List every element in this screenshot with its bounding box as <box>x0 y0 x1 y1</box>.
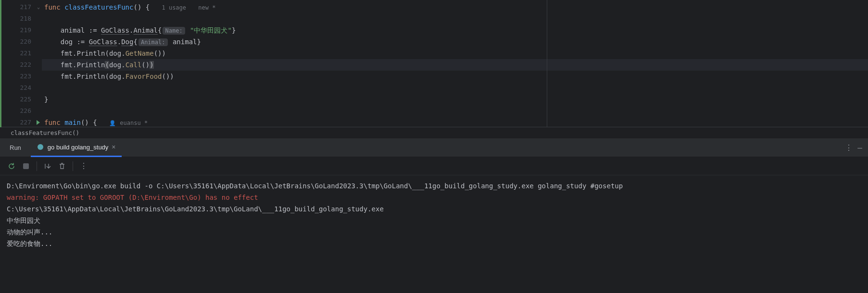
code-line[interactable] <box>42 82 868 94</box>
gutter[interactable]: 217⌄ 218 219 220 221 222 223 224 225 226… <box>0 0 42 127</box>
code-line[interactable]: animal := GoClass.Animal{Name: "中华田园犬"} <box>42 24 868 36</box>
run-tab-label: go build golang_study <box>48 144 109 151</box>
new-hint: new * <box>198 4 215 11</box>
stop-icon[interactable] <box>22 162 30 170</box>
line-number[interactable]: 222 <box>0 59 42 71</box>
console-line-warning: warning: GOPATH set to GOROOT (D:\Enviro… <box>7 192 861 203</box>
console-line: C:\Users\35161\AppData\Local\JetBrains\G… <box>7 203 861 215</box>
console-line: D:\Enviroment\Go\bin\go.exe build -o C:\… <box>7 180 861 192</box>
fold-icon[interactable]: ⌄ <box>37 1 40 13</box>
toolbar-separator <box>37 161 37 171</box>
line-number[interactable]: 219 <box>0 24 42 36</box>
line-number[interactable]: 224 <box>0 82 42 94</box>
more-options-icon[interactable]: ⋮ <box>845 143 853 152</box>
trash-icon[interactable] <box>58 162 66 170</box>
hide-icon[interactable]: — <box>857 143 862 152</box>
run-toolbar: ⋮ <box>0 157 868 175</box>
console-line: 爱吃的食物... <box>7 238 861 249</box>
close-tab-icon[interactable]: × <box>112 143 115 151</box>
editor-pane: 217⌄ 218 219 220 221 222 223 224 225 226… <box>0 0 868 127</box>
rerun-icon[interactable] <box>8 162 15 170</box>
go-icon <box>37 143 44 151</box>
console-line: 中华田园犬 <box>7 215 861 226</box>
param-hint: Name: <box>163 27 185 35</box>
code-line[interactable]: dog := GoClass.Dog{Animal: animal} <box>42 36 868 48</box>
line-number[interactable]: 225 <box>0 94 42 105</box>
author-hint: euansu * <box>120 120 148 126</box>
svg-point-0 <box>38 144 43 150</box>
code-line[interactable] <box>42 13 868 24</box>
console-output[interactable]: D:\Enviroment\Go\bin\go.exe build -o C:\… <box>0 175 868 254</box>
author-icon: 👤 <box>109 120 116 126</box>
right-margin-line <box>547 0 547 127</box>
more-actions-icon[interactable]: ⋮ <box>80 162 88 170</box>
run-gutter-icon[interactable] <box>37 120 40 125</box>
code-line-current[interactable]: fmt.Println(dog.Call()) <box>42 59 868 71</box>
line-number[interactable]: 223 <box>0 71 42 82</box>
scroll-to-end-icon[interactable] <box>44 162 51 170</box>
run-header-actions: ⋮ — <box>845 143 868 152</box>
param-hint: Animal: <box>138 38 168 46</box>
code-line[interactable]: fmt.Println(dog.GetName()) <box>42 48 868 59</box>
code-line[interactable]: func main() { 👤 euansu * <box>42 117 868 128</box>
code-line[interactable]: } <box>42 94 868 105</box>
code-line[interactable]: func classFeaturesFunc() { 1 usage new * <box>42 1 868 13</box>
code-line[interactable]: fmt.Println(dog.FavorFood()) <box>42 71 868 82</box>
line-number[interactable]: 220 <box>0 36 42 48</box>
line-number[interactable]: 217⌄ <box>0 1 42 13</box>
run-tab[interactable]: go build golang_study × <box>31 139 122 157</box>
breadcrumb[interactable]: classFeaturesFunc() <box>0 127 868 139</box>
code-area[interactable]: func classFeaturesFunc() { 1 usage new *… <box>42 0 868 127</box>
line-number[interactable]: 226 <box>0 105 42 117</box>
run-toolwindow-header: Run go build golang_study × ⋮ — <box>0 139 868 157</box>
code-line[interactable] <box>42 105 868 117</box>
line-number[interactable]: 221 <box>0 48 42 59</box>
console-line: 动物的叫声... <box>7 226 861 238</box>
line-number[interactable]: 218 <box>0 13 42 24</box>
usage-hint[interactable]: 1 usage <box>162 4 186 11</box>
toolbar-separator <box>73 161 73 171</box>
line-number[interactable]: 227 <box>0 117 42 128</box>
run-label[interactable]: Run <box>0 144 31 151</box>
